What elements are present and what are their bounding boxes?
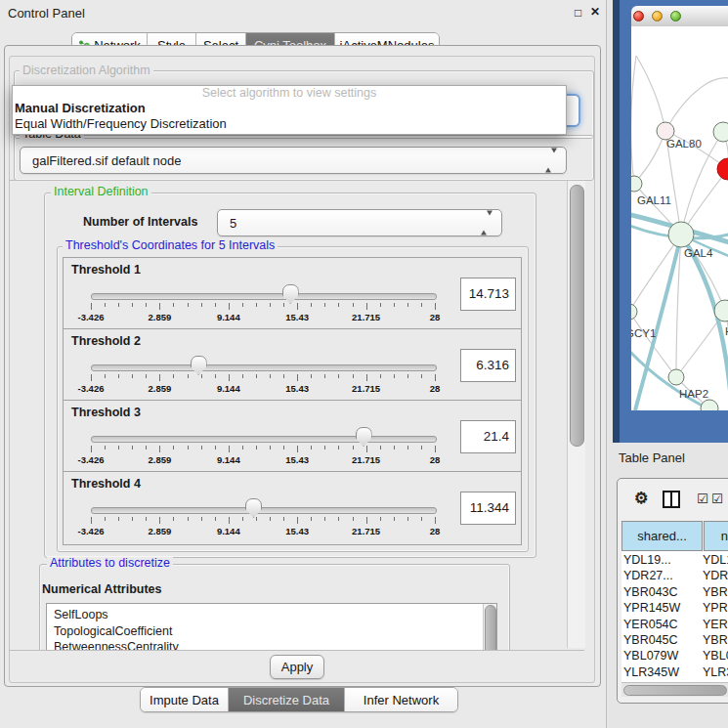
network-canvas[interactable]: GAL80GCGAL11GAL4GCY1HHAP2: [631, 26, 728, 410]
tick-mark: [353, 374, 354, 378]
network-edge[interactable]: [631, 56, 636, 184]
threshold-slider-thumb[interactable]: [356, 427, 372, 447]
table-row[interactable]: YBR043CYBR0: [621, 584, 728, 600]
table-cell: YPR145W: [621, 601, 680, 615]
number-of-intervals-combo[interactable]: 5: [217, 209, 502, 236]
threshold-slider-track[interactable]: [91, 293, 437, 300]
tick-label: 15.43: [285, 312, 309, 322]
algorithm-option[interactable]: Manual Discretization: [13, 101, 566, 116]
tick-mark: [201, 517, 202, 521]
tick-mark: [394, 446, 395, 450]
tick-mark: [324, 303, 325, 307]
combo-stepper-icon: [481, 216, 492, 231]
table-cell: YDL19...: [621, 553, 671, 567]
split-view-icon[interactable]: [663, 491, 680, 508]
table-row[interactable]: YBR045CYBR0: [621, 632, 728, 648]
threshold-slider-thumb[interactable]: [191, 356, 207, 375]
tick-mark: [311, 374, 312, 378]
threshold-label: Threshold 1: [71, 263, 141, 277]
threshold-slider-thumb[interactable]: [282, 284, 299, 304]
tick-mark: [132, 446, 133, 450]
threshold-value-field[interactable]: 6.316: [460, 349, 516, 382]
thresholds-title: Threshold's Coordinates for 5 Intervals: [63, 239, 278, 252]
control-panel: Control Panel □ ✕ NetworkStyleSelectCyni…: [0, 0, 606, 728]
tick-mark: [394, 303, 395, 307]
threshold-slider-thumb[interactable]: [245, 498, 262, 518]
tick-mark: [132, 517, 133, 521]
tick-label: 28: [430, 526, 441, 536]
tick-mark: [311, 446, 312, 450]
tick-label: 15.43: [285, 526, 309, 536]
tab-impute-data[interactable]: Impute Data: [141, 688, 229, 711]
threshold-slider-track[interactable]: [91, 507, 437, 514]
threshold-value-field[interactable]: 14.713: [460, 278, 516, 311]
tick-mark: [297, 517, 298, 524]
tick-label: 2.859: [149, 383, 172, 394]
tick-mark: [215, 303, 216, 307]
tick-mark: [338, 517, 339, 521]
tick-label: -3.426: [78, 312, 105, 322]
threshold-value-field[interactable]: 11.344: [460, 492, 516, 525]
attribute-list-item[interactable]: SelfLoops: [47, 607, 496, 623]
table-row[interactable]: YDR27...YDR2: [621, 568, 728, 583]
tab-infer-network[interactable]: Infer Network: [345, 688, 457, 711]
threshold-slider-track[interactable]: [91, 436, 437, 443]
network-node[interactable]: [701, 400, 718, 410]
zoom-window-icon[interactable]: [670, 11, 681, 21]
network-node[interactable]: [668, 369, 684, 385]
close-panel-icon[interactable]: ✕: [590, 5, 600, 19]
network-node[interactable]: [631, 176, 642, 192]
table-column-header[interactable]: na: [704, 521, 728, 551]
algorithm-option[interactable]: Equal Width/Frequency Discretization: [13, 116, 566, 132]
tick-mark: [435, 374, 436, 381]
minimize-window-icon[interactable]: [652, 11, 663, 21]
tick-mark: [435, 446, 436, 452]
network-window-titlebar[interactable]: [631, 6, 728, 27]
tick-mark: [105, 303, 106, 307]
tick-mark: [229, 374, 230, 381]
tick-label: 28: [430, 383, 441, 394]
attribute-list-item[interactable]: TopologicalCoefficient: [47, 623, 496, 640]
tick-mark: [159, 446, 160, 452]
attribute-list-item[interactable]: BetweennessCentrality: [47, 639, 496, 651]
table-cell: YLR345W: [621, 665, 679, 679]
network-node[interactable]: [668, 222, 694, 247]
network-edge-highlighted[interactable]: [681, 235, 728, 410]
list-scrollbar[interactable]: [483, 604, 496, 651]
network-desktop: GAL80GCGAL11GAL4GCY1HHAP2: [613, 0, 728, 443]
network-node[interactable]: [631, 304, 637, 320]
tick-mark: [173, 446, 174, 450]
table-data-combo[interactable]: galFiltered.sif default node: [20, 147, 567, 174]
gear-icon[interactable]: ⚙: [634, 489, 648, 507]
table-row[interactable]: YBL079WYBL0: [621, 648, 728, 664]
tick-label: 28: [430, 454, 441, 465]
tick-mark: [338, 446, 339, 450]
network-edge[interactable]: [636, 56, 665, 131]
table-row[interactable]: YER054CYER0: [621, 617, 728, 632]
apply-button[interactable]: Apply: [270, 655, 324, 679]
tick-mark: [215, 446, 216, 450]
table-hscrollbar[interactable]: [621, 682, 728, 697]
settings-scrollbar[interactable]: [567, 181, 585, 648]
tick-label: 21.715: [352, 383, 380, 394]
network-node[interactable]: [717, 158, 728, 180]
tab-discretize-data[interactable]: Discretize Data: [229, 688, 345, 711]
table-row[interactable]: YLR345WYLR3: [621, 664, 728, 680]
float-panel-icon[interactable]: □: [575, 6, 581, 20]
table-row[interactable]: YDL19...YDL1: [621, 552, 728, 568]
tick-mark: [215, 517, 216, 521]
threshold-slider-track[interactable]: [91, 364, 437, 371]
tick-mark: [91, 374, 92, 381]
checkbox-checked-icon[interactable]: ☑: [711, 491, 723, 506]
tick-mark: [435, 303, 436, 310]
tick-mark: [353, 517, 354, 521]
settings-viewport: Interval Definition Number of Intervals …: [9, 180, 584, 651]
table-column-header[interactable]: shared...: [621, 521, 703, 551]
table-row[interactable]: YPR145WYPR1: [621, 600, 728, 616]
threshold-value-field[interactable]: 21.4: [460, 420, 516, 453]
close-window-icon[interactable]: [633, 11, 644, 21]
tick-mark: [421, 446, 422, 450]
network-node[interactable]: [713, 122, 728, 142]
checkbox-checked-icon[interactable]: ☑: [697, 491, 708, 506]
table-rows: YDL19...YDL1YDR27...YDR2YBR043CYBR0YPR14…: [621, 551, 728, 682]
